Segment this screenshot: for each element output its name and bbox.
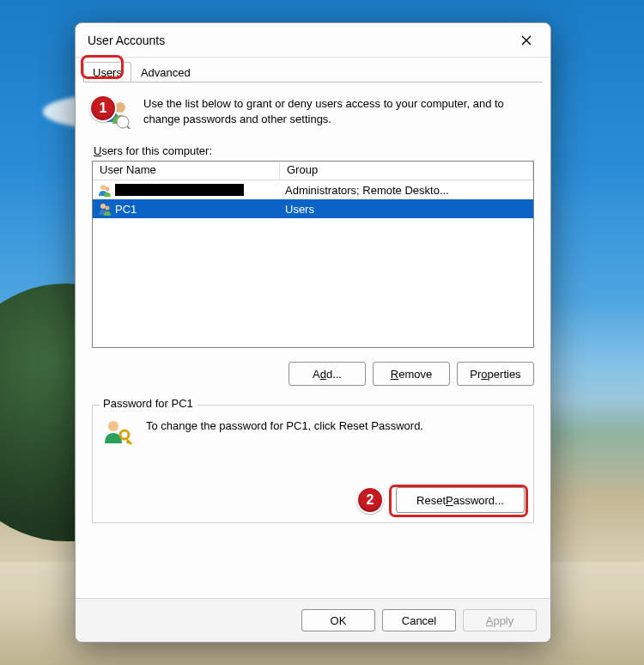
svg-point-6 <box>106 206 110 210</box>
intro-row: Use the list below to grant or deny user… <box>97 95 529 129</box>
svg-point-4 <box>106 187 110 192</box>
table-row[interactable]: Administrators; Remote Deskto... <box>93 180 533 199</box>
reset-password-button[interactable]: Reset Password... <box>396 487 525 513</box>
password-icon <box>103 418 134 448</box>
groupbox-title: Password for PC1 <box>100 397 197 410</box>
intro-text: Use the list below to grant or deny user… <box>143 95 529 129</box>
add-button[interactable]: Add... <box>289 362 366 386</box>
password-instruction-text: To change the password for PC1, click Re… <box>146 418 423 448</box>
window-title: User Accounts <box>88 34 507 47</box>
svg-point-8 <box>120 430 129 439</box>
column-username[interactable]: User Name <box>93 162 280 180</box>
tab-panel-users: Use the list below to grant or deny user… <box>83 82 543 598</box>
column-group[interactable]: Group <box>280 162 533 180</box>
user-action-buttons: Add... Remove Properties <box>92 362 534 386</box>
svg-point-5 <box>100 204 106 209</box>
dialog-footer: OK Cancel Apply <box>76 598 550 642</box>
properties-button[interactable]: Properties <box>457 362 534 386</box>
cancel-button[interactable]: Cancel <box>382 609 456 631</box>
svg-point-7 <box>108 421 118 431</box>
cell-group: Users <box>280 203 533 216</box>
listview-header: User Name Group <box>93 162 533 180</box>
user-icon <box>98 183 112 197</box>
close-icon <box>521 35 532 46</box>
users-listview[interactable]: User Name Group Administrators; Remote D… <box>92 161 534 348</box>
cell-username: PC1 <box>115 203 137 216</box>
ok-button[interactable]: OK <box>301 609 375 631</box>
tab-advanced[interactable]: Advanced <box>131 62 200 82</box>
annotation-callout-2: 2 <box>356 486 384 514</box>
tab-users[interactable]: Users <box>83 62 131 82</box>
svg-point-2 <box>117 116 129 128</box>
svg-point-3 <box>100 185 106 190</box>
password-groupbox: Password for PC1 To change the password … <box>92 405 534 523</box>
redacted-username <box>115 184 244 196</box>
listview-body: Administrators; Remote Deskto... PC1 Use… <box>93 180 533 347</box>
table-row[interactable]: PC1 Users <box>93 199 533 218</box>
annotation-callout-1: 1 <box>89 95 117 122</box>
users-list-label: Users for this computer: <box>94 144 534 157</box>
titlebar: User Accounts <box>76 23 550 58</box>
close-button[interactable] <box>507 27 545 53</box>
tabstrip: Users Advanced <box>76 58 550 82</box>
remove-button[interactable]: Remove <box>373 362 450 386</box>
user-accounts-dialog: User Accounts 1 Users Advanced Use the l… <box>75 22 551 643</box>
user-icon <box>98 202 112 216</box>
cell-group: Administrators; Remote Deskto... <box>280 184 533 197</box>
apply-button[interactable]: Apply <box>463 609 537 631</box>
